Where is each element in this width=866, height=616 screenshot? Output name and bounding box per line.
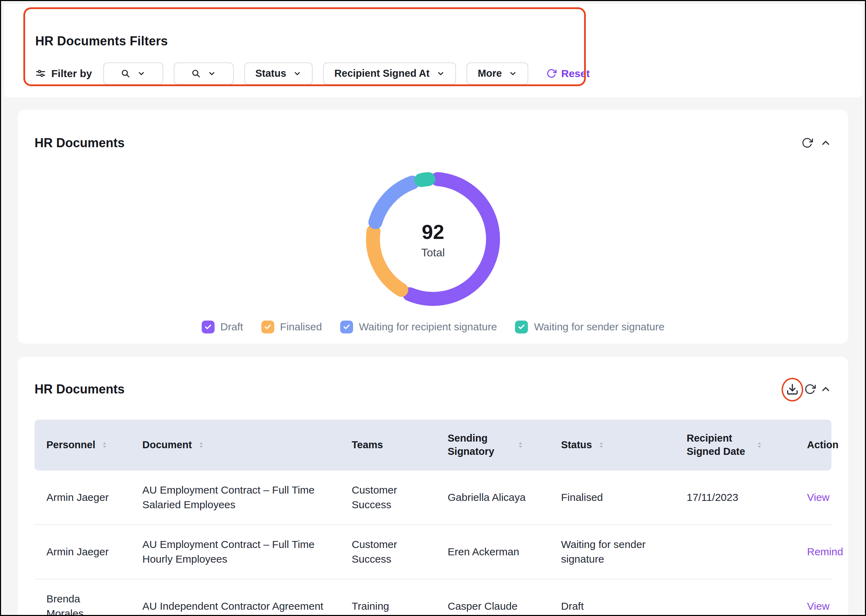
cell-teams: Customer Success [340, 479, 436, 516]
column-header-recipient-signed-date[interactable]: Recipient Signed Date [675, 432, 795, 458]
legend-checkbox-draft[interactable] [202, 321, 215, 333]
filters-card: HR Documents Filters Filter by [4, 4, 862, 97]
cell-action: View [795, 486, 843, 509]
table-row: Armin JaegerAU Employment Contract – Ful… [35, 471, 831, 525]
hr-documents-chart-card: HR Documents 92 Total DraftFin [18, 110, 848, 344]
table-card-title: HR Documents [35, 382, 124, 397]
cell-status: Finalised [549, 486, 675, 509]
check-icon [204, 323, 212, 331]
filter-status-label: Status [255, 68, 286, 79]
legend-checkbox-finalised[interactable] [261, 321, 274, 333]
cell-action: Remind [795, 540, 848, 563]
cell-document: AU Employment Contract – Full Time Hourl… [130, 533, 340, 570]
legend-label: Waiting for recipient signature [359, 321, 497, 333]
filters-row: Filter by Status Recipient Signed At [35, 63, 846, 85]
cell-document: AU Independent Contractor Agreement [130, 595, 340, 616]
chart-refresh-button[interactable] [802, 137, 813, 149]
sort-icon [101, 441, 108, 449]
reset-label: Reset [561, 68, 590, 80]
filter-recipient-signed-at-label: Recipient Signed At [334, 68, 429, 79]
column-header-sending-signatory[interactable]: Sending Signatory [436, 432, 549, 458]
chevron-down-icon [509, 69, 517, 78]
legend-label: Draft [220, 321, 243, 333]
reset-icon [546, 68, 556, 79]
filter-status-dropdown[interactable]: Status [244, 63, 313, 85]
cell-teams: Training [340, 595, 436, 616]
cell-status: Waiting for sender signature [549, 533, 675, 570]
chart-card-actions [802, 137, 831, 149]
column-header-label: Teams [352, 438, 383, 452]
donut-total-label: Total [421, 246, 445, 259]
action-link-remind[interactable]: Remind [807, 546, 843, 558]
chevron-down-icon [137, 69, 146, 78]
table-header-row: PersonnelDocumentTeamsSending SignatoryS… [35, 420, 831, 471]
cell-personnel: Brenda Morales [35, 588, 130, 616]
chart-card-header: HR Documents [35, 125, 831, 161]
column-header-teams: Teams [340, 438, 436, 452]
check-icon [264, 323, 272, 331]
filter-more-label: More [478, 68, 502, 79]
column-header-document[interactable]: Document [130, 438, 340, 452]
column-header-label: Action [807, 438, 838, 452]
sort-icon [517, 441, 524, 449]
sort-icon [756, 441, 763, 449]
chevron-down-icon [293, 69, 302, 78]
table-row: Brenda MoralesAU Independent Contractor … [35, 579, 831, 616]
filter-by-label: Filter by [51, 68, 92, 80]
reset-filters-button[interactable]: Reset [544, 67, 592, 80]
legend-item-waiting-for-sender-signature: Waiting for sender signature [515, 321, 664, 333]
chevron-up-icon [820, 137, 831, 149]
column-header-label: Sending Signatory [448, 432, 511, 458]
download-button-wrap [786, 383, 798, 396]
filter-search-dropdown-2[interactable] [174, 63, 234, 85]
check-icon [343, 323, 350, 331]
table-refresh-button[interactable] [804, 383, 816, 395]
column-header-personnel[interactable]: Personnel [35, 438, 130, 452]
chevron-down-icon [437, 69, 445, 78]
search-icon [121, 69, 130, 78]
filters-card-title: HR Documents Filters [35, 34, 846, 49]
filter-search-dropdown-1[interactable] [103, 63, 163, 85]
cell-personnel: Armin Jaeger [35, 486, 130, 509]
cell-action: View [795, 595, 843, 616]
cell-recipient-signed-date [675, 548, 795, 556]
cell-teams: Customer Success [340, 533, 436, 570]
chart-card-title: HR Documents [35, 136, 124, 150]
table-collapse-button[interactable] [820, 383, 831, 395]
download-button[interactable] [786, 383, 798, 396]
filter-by-label-group: Filter by [35, 68, 92, 80]
hr-documents-table: PersonnelDocumentTeamsSending SignatoryS… [35, 420, 831, 616]
cell-status: Draft [549, 595, 675, 616]
column-header-label: Document [142, 438, 192, 452]
cell-recipient-signed-date: 17/11/2023 [675, 486, 795, 509]
sliders-icon [35, 68, 46, 79]
legend-checkbox-waiting-for-recipient-signature[interactable] [340, 321, 353, 333]
page: HR Documents Filters Filter by [0, 0, 866, 616]
filter-recipient-signed-at-dropdown[interactable]: Recipient Signed At [323, 63, 456, 85]
column-header-status[interactable]: Status [549, 438, 675, 452]
sort-icon [198, 441, 205, 449]
action-link-view[interactable]: View [807, 600, 829, 612]
cell-recipient-signed-date [675, 602, 795, 610]
chart-collapse-button[interactable] [820, 137, 831, 149]
sort-icon [598, 441, 605, 449]
column-header-label: Recipient Signed Date [687, 432, 750, 458]
column-header-action: Action [795, 438, 844, 452]
donut-total-value: 92 [422, 220, 445, 244]
legend-checkbox-waiting-for-sender-signature[interactable] [515, 321, 528, 333]
cell-sending-signatory: Gabriella Alicaya [436, 486, 549, 509]
cell-sending-signatory: Eren Ackerman [436, 540, 549, 563]
filter-more-dropdown[interactable]: More [467, 63, 528, 85]
refresh-icon [802, 137, 813, 149]
hr-documents-table-card: HR Documents [18, 357, 848, 616]
legend-item-finalised: Finalised [261, 321, 322, 333]
column-header-label: Status [561, 438, 592, 452]
cell-personnel: Armin Jaeger [35, 540, 130, 563]
legend-item-draft: Draft [202, 321, 243, 333]
search-icon [191, 69, 201, 78]
action-link-view[interactable]: View [807, 492, 829, 503]
cell-sending-signatory: Casper Claude [436, 595, 549, 616]
table-row: Armin JaegerAU Employment Contract – Ful… [35, 525, 831, 579]
chevron-up-icon [820, 383, 831, 395]
legend-item-waiting-for-recipient-signature: Waiting for recipient signature [340, 321, 497, 333]
